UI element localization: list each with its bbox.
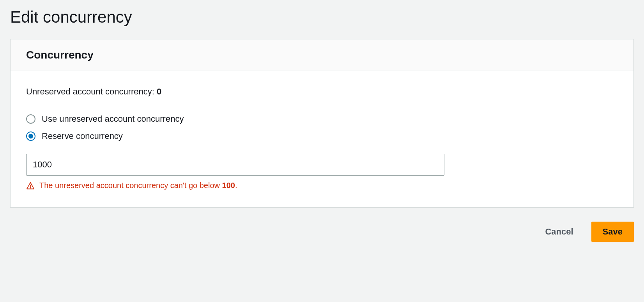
error-suffix: . [235, 181, 237, 190]
unreserved-value: 0 [157, 87, 161, 96]
page-title: Edit concurrency [10, 8, 634, 27]
error-value: 100 [222, 181, 235, 190]
footer-actions: Cancel Save [10, 222, 634, 242]
radio-icon [26, 131, 35, 141]
panel-header: Concurrency [11, 39, 633, 71]
warning-icon [26, 181, 35, 190]
unreserved-label: Unreserved account concurrency: [26, 87, 157, 96]
radio-icon [26, 114, 35, 124]
panel-header-title: Concurrency [26, 49, 618, 61]
error-message: The unreserved account concurrency can't… [26, 181, 618, 190]
cancel-button[interactable]: Cancel [534, 222, 584, 242]
radio-use-unreserved[interactable]: Use unreserved account concurrency [26, 114, 618, 124]
radio-reserve-label: Reserve concurrency [42, 131, 123, 141]
unreserved-info: Unreserved account concurrency: 0 [26, 87, 618, 97]
error-prefix: The unreserved account concurrency can't… [39, 181, 222, 190]
radio-reserve[interactable]: Reserve concurrency [26, 131, 618, 141]
concurrency-panel: Concurrency Unreserved account concurren… [10, 39, 634, 208]
panel-body: Unreserved account concurrency: 0 Use un… [11, 71, 633, 207]
save-button[interactable]: Save [591, 222, 634, 242]
concurrency-radio-group: Use unreserved account concurrency Reser… [26, 114, 618, 141]
error-text: The unreserved account concurrency can't… [39, 181, 237, 190]
svg-point-1 [30, 187, 30, 188]
radio-use-unreserved-label: Use unreserved account concurrency [42, 114, 184, 124]
reserve-concurrency-input[interactable] [26, 154, 444, 176]
